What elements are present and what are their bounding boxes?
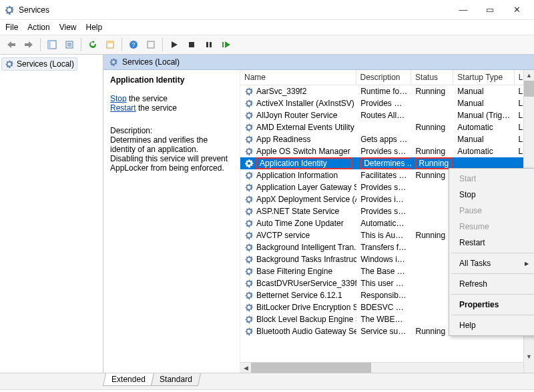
service-detail-panel: Application Identity Stop the service Re… bbox=[103, 70, 240, 373]
titlebar: Services — ▭ ✕ bbox=[0, 0, 534, 20]
service-status-cell bbox=[411, 139, 453, 140]
service-desc-cell: This user ser... bbox=[356, 278, 411, 289]
col-status-header[interactable]: Status bbox=[411, 70, 453, 85]
menu-view[interactable]: View bbox=[59, 23, 77, 32]
unknown-button[interactable] bbox=[144, 37, 158, 52]
restart-suffix: the service bbox=[136, 103, 177, 113]
toolbar-separator bbox=[121, 38, 122, 51]
service-row[interactable]: App Readiness Gets apps re... Manual Loc bbox=[240, 133, 534, 145]
service-desc-cell: The WBENGI... bbox=[356, 314, 411, 325]
stop-service-link[interactable]: Stop bbox=[110, 94, 127, 103]
context-help[interactable]: Help bbox=[451, 317, 534, 333]
service-name-cell: Application Layer Gateway S... bbox=[240, 182, 356, 193]
service-row[interactable]: AarSvc_339f2 Runtime for ... Running Man… bbox=[240, 85, 534, 97]
scroll-up-icon[interactable]: ▲ bbox=[524, 70, 534, 81]
service-desc-cell: Routes AllJo... bbox=[356, 110, 411, 121]
refresh-button[interactable] bbox=[85, 37, 100, 52]
forward-button[interactable] bbox=[21, 37, 36, 52]
restart-service-link[interactable]: Restart bbox=[110, 103, 136, 113]
menu-action[interactable]: Action bbox=[27, 23, 49, 32]
service-desc-cell: Service supp... bbox=[356, 326, 411, 337]
pause-service-button[interactable] bbox=[202, 37, 216, 52]
scroll-left-icon[interactable]: ◀ bbox=[240, 365, 251, 371]
context-resume[interactable]: Resume bbox=[451, 219, 534, 235]
restart-service-button[interactable] bbox=[219, 37, 234, 52]
export-list-button[interactable] bbox=[62, 37, 77, 52]
result-header: Services (Local) bbox=[103, 55, 534, 70]
service-desc-cell: Provides sup... bbox=[356, 206, 411, 217]
properties-button[interactable] bbox=[103, 37, 117, 52]
service-desc-cell: Gets apps re... bbox=[356, 134, 411, 145]
service-name-cell: ASP.NET State Service bbox=[240, 206, 356, 217]
window-title: Services bbox=[19, 5, 49, 15]
service-status-cell: Running bbox=[411, 230, 453, 241]
service-desc-cell: Provides sup... bbox=[356, 182, 411, 193]
context-restart[interactable]: Restart bbox=[451, 235, 534, 251]
svg-rect-14 bbox=[222, 42, 224, 47]
stop-service-button[interactable] bbox=[184, 37, 199, 52]
service-startup-cell: Manual bbox=[453, 98, 514, 109]
console-tree[interactable]: Services (Local) bbox=[0, 55, 103, 373]
service-status-cell bbox=[411, 211, 453, 212]
service-row[interactable]: Apple OS Switch Manager Provides sup... … bbox=[240, 145, 534, 157]
service-name-cell: Background Intelligent Tran... bbox=[240, 242, 356, 253]
scroll-down-icon[interactable]: ▼ bbox=[524, 351, 534, 362]
tab-standard[interactable]: Standard bbox=[151, 373, 201, 386]
service-name-cell: Betternet Service 6.12.1 bbox=[240, 290, 356, 301]
service-desc-cell: Facilitates th... bbox=[356, 170, 411, 181]
service-name-cell: BitLocker Drive Encryption S... bbox=[240, 302, 356, 313]
context-start[interactable]: Start bbox=[451, 171, 534, 187]
service-name-cell: Base Filtering Engine bbox=[240, 266, 356, 277]
service-name-cell: Apple OS Switch Manager bbox=[240, 146, 356, 157]
view-tabs: Extended Standard bbox=[0, 373, 534, 389]
svg-rect-7 bbox=[107, 41, 113, 43]
show-hide-tree-button[interactable] bbox=[45, 37, 59, 52]
svg-rect-11 bbox=[189, 42, 194, 47]
context-all-tasks[interactable]: All Tasks bbox=[451, 255, 534, 271]
result-header-label: Services (Local) bbox=[122, 57, 180, 67]
start-service-button[interactable] bbox=[167, 37, 182, 52]
service-row[interactable]: ActiveX Installer (AxInstSV) Provides Us… bbox=[240, 97, 534, 109]
minimize-button[interactable]: — bbox=[450, 1, 477, 19]
service-row[interactable]: AMD External Events Utility Running Auto… bbox=[240, 121, 534, 133]
context-refresh[interactable]: Refresh bbox=[451, 276, 534, 292]
service-desc-cell: Runtime for ... bbox=[356, 86, 411, 97]
service-status-cell bbox=[411, 103, 453, 104]
menu-separator bbox=[451, 273, 534, 274]
service-desc-cell bbox=[356, 127, 411, 128]
tab-extended[interactable]: Extended bbox=[103, 373, 154, 386]
service-status-cell bbox=[411, 319, 453, 320]
service-desc-cell: Provides sup... bbox=[356, 146, 411, 157]
service-name-cell: Background Tasks Infrastruc... bbox=[240, 254, 356, 265]
service-status-cell: Running bbox=[411, 86, 453, 97]
horizontal-scrollbar[interactable]: ◀ ▶ bbox=[240, 362, 534, 373]
maximize-button[interactable]: ▭ bbox=[477, 1, 503, 19]
toolbar-separator bbox=[81, 38, 81, 51]
scroll-thumb[interactable] bbox=[251, 363, 371, 373]
context-properties[interactable]: Properties bbox=[451, 297, 534, 313]
service-status-cell bbox=[411, 199, 453, 200]
service-name-cell: Application Identity bbox=[240, 157, 356, 170]
context-pause[interactable]: Pause bbox=[451, 203, 534, 219]
service-status-cell bbox=[411, 115, 453, 116]
context-stop[interactable]: Stop bbox=[451, 187, 534, 203]
service-name-cell: AllJoyn Router Service bbox=[240, 110, 356, 121]
service-desc-cell: Provides Use... bbox=[356, 98, 411, 109]
scroll-thumb[interactable] bbox=[524, 81, 534, 97]
tree-item-services-local[interactable]: Services (Local) bbox=[1, 57, 77, 71]
col-description-header[interactable]: Description bbox=[356, 70, 411, 85]
service-name-cell: ActiveX Installer (AxInstSV) bbox=[240, 98, 356, 109]
col-name-header[interactable]: Name bbox=[240, 70, 356, 85]
menu-file[interactable]: File bbox=[5, 23, 18, 32]
col-startup-header[interactable]: Startup Type bbox=[453, 70, 513, 85]
service-startup-cell: Manual bbox=[453, 86, 514, 97]
svg-rect-13 bbox=[210, 42, 212, 47]
gear-icon bbox=[5, 59, 14, 69]
close-button[interactable]: ✕ bbox=[503, 1, 530, 19]
service-name-cell: Bluetooth Audio Gateway Se... bbox=[240, 326, 356, 337]
help-button[interactable]: ? bbox=[126, 37, 141, 52]
menu-help[interactable]: Help bbox=[86, 23, 103, 32]
service-row[interactable]: AllJoyn Router Service Routes AllJo... M… bbox=[240, 109, 534, 121]
service-status-cell bbox=[411, 223, 453, 224]
back-button[interactable] bbox=[4, 37, 19, 52]
